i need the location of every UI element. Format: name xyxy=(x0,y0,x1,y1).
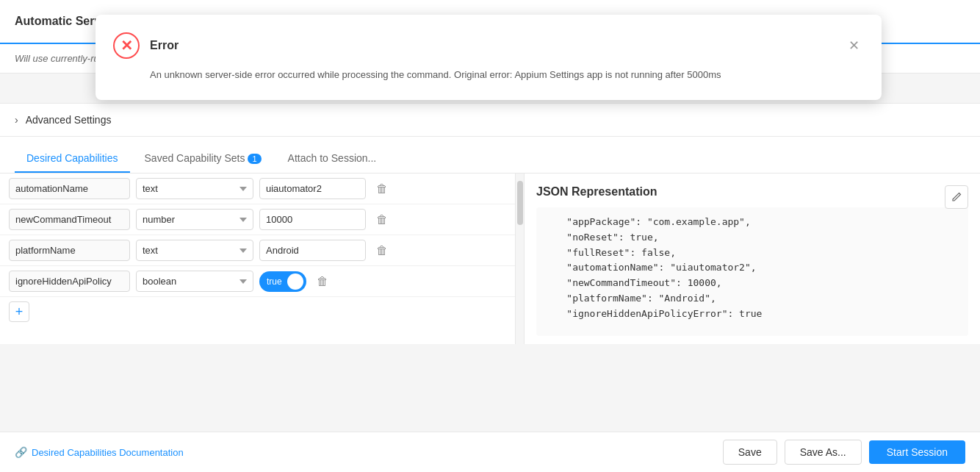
chevron-right-icon: › xyxy=(15,114,18,126)
error-modal: ✕ Error ✕ An unknown server-side error o… xyxy=(96,15,882,100)
tab-desired-capabilities[interactable]: Desired Capabilities xyxy=(15,145,130,173)
tab-attach-session[interactable]: Attach to Session... xyxy=(276,145,389,173)
cap-name-newcommandtimeout[interactable] xyxy=(9,209,130,230)
delete-platformname-button[interactable]: 🗑 xyxy=(372,240,392,261)
table-row: text number boolean 🗑 xyxy=(0,204,515,235)
tab-desired-label: Desired Capabilities xyxy=(26,152,118,164)
cap-type-newcommandtimeout[interactable]: text number boolean xyxy=(136,209,253,230)
tab-saved-label: Saved Capability Sets xyxy=(145,152,245,164)
cap-type-ignorehiddenapipolicy[interactable]: text number boolean xyxy=(136,271,253,292)
tabs-area: Desired Capabilities Saved Capability Se… xyxy=(0,137,980,174)
table-row: text number boolean 🗑 xyxy=(0,174,515,204)
cap-type-automationname[interactable]: text number boolean xyxy=(136,178,253,199)
edit-json-button[interactable] xyxy=(945,185,968,209)
bottom-bar: 🔗 Desired Capabilities Documentation Sav… xyxy=(0,432,980,472)
table-row: text number boolean 🗑 xyxy=(0,235,515,266)
tab-saved-capability-sets[interactable]: Saved Capability Sets1 xyxy=(133,145,273,173)
cap-value-automationname[interactable] xyxy=(259,178,366,199)
cap-name-ignorehiddenapipolicy[interactable] xyxy=(9,271,130,292)
cap-toggle-ignorehiddenapipolicy[interactable]: true xyxy=(259,271,306,292)
link-icon: 🔗 xyxy=(15,446,27,458)
error-icon: ✕ xyxy=(113,32,140,59)
error-close-button[interactable]: ✕ xyxy=(843,35,864,56)
json-panel: JSON Representation "appPackage": "com.e… xyxy=(525,174,980,344)
advanced-settings-row[interactable]: › Advanced Settings xyxy=(0,103,980,137)
cap-name-automationname[interactable] xyxy=(9,178,130,199)
cap-name-platformname[interactable] xyxy=(9,240,130,261)
saved-sets-badge: 1 xyxy=(248,154,261,164)
tab-attach-label: Attach to Session... xyxy=(288,152,377,164)
toggle-label-true: true xyxy=(267,276,282,287)
save-button[interactable]: Save xyxy=(723,440,777,465)
table-row: text number boolean true 🗑 xyxy=(0,266,515,297)
error-modal-header: ✕ Error ✕ xyxy=(113,32,864,59)
advanced-settings-label: Advanced Settings xyxy=(26,114,112,126)
app-title: Automatic Serv xyxy=(15,15,101,28)
delete-newcommandtimeout-button[interactable]: 🗑 xyxy=(372,210,392,230)
scrollbar-thumb xyxy=(517,181,523,225)
cap-scroll-container: text number boolean 🗑 text number xyxy=(0,174,515,326)
scrollbar-track[interactable] xyxy=(516,174,525,344)
cap-value-platformname[interactable] xyxy=(259,240,366,261)
capabilities-panel: text number boolean 🗑 text number xyxy=(0,174,516,344)
doc-link[interactable]: 🔗 Desired Capabilities Documentation xyxy=(15,446,184,458)
add-capability-button[interactable]: + xyxy=(9,301,29,322)
delete-automationname-button[interactable]: 🗑 xyxy=(372,179,392,199)
doc-link-label: Desired Capabilities Documentation xyxy=(32,447,184,458)
cap-type-platformname[interactable]: text number boolean xyxy=(136,240,253,261)
cap-value-newcommandtimeout[interactable] xyxy=(259,209,366,230)
save-as-button[interactable]: Save As... xyxy=(785,440,862,465)
delete-ignorehiddenapipolicy-button[interactable]: 🗑 xyxy=(312,271,333,292)
edit-icon xyxy=(951,191,962,203)
toggle-knob xyxy=(287,273,303,290)
json-content: "appPackage": "com.example.app", "noRese… xyxy=(536,207,968,336)
error-message: An unknown server-side error occurred wh… xyxy=(150,68,864,82)
start-session-button[interactable]: Start Session xyxy=(869,440,965,464)
capabilities-table: text number boolean 🗑 text number xyxy=(0,174,515,297)
json-title: JSON Representation xyxy=(536,185,968,199)
main-content: text number boolean 🗑 text number xyxy=(0,174,980,344)
error-title: Error xyxy=(150,39,179,52)
bottom-actions: Save Save As... Start Session xyxy=(723,440,965,465)
app-container: Automatic Serv Will use currently-runnin… xyxy=(0,0,980,472)
